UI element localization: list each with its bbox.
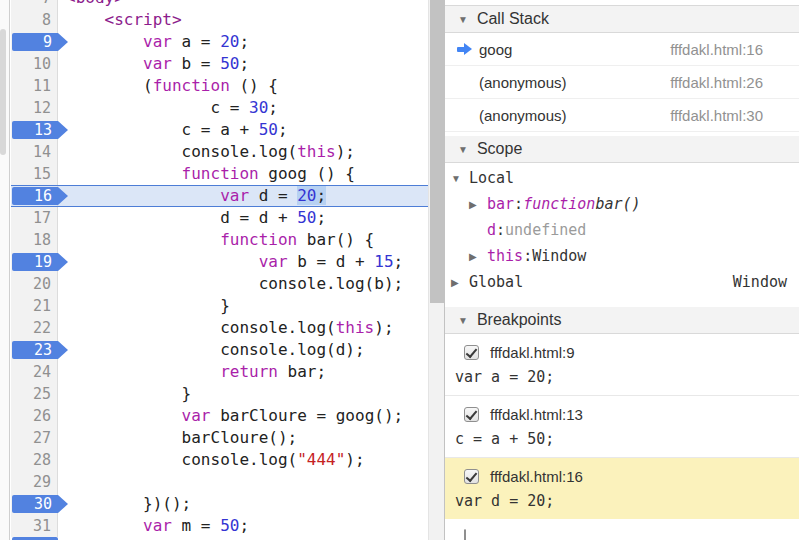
code-line-text[interactable]: var barCloure = goog(); [58,405,444,427]
scope-value-segment: Local [469,169,514,187]
collapse-triangle-icon[interactable]: ▼ [458,144,468,155]
scope-header[interactable]: ▼ Scope [445,136,799,163]
line-number[interactable]: 19 [11,251,58,273]
scope-value-segment: : [514,195,523,213]
code-line-text[interactable]: <script> [58,9,444,31]
line-number[interactable]: 17 [11,207,58,229]
code-line-text[interactable]: console.log(d); [58,339,444,361]
code-line-text[interactable]: <body> [58,0,444,9]
code-line-text[interactable]: })(); [58,493,444,515]
code-line-text[interactable]: return bar; [58,361,444,383]
code-token: ); [336,142,355,161]
line-number[interactable]: 29 [11,471,58,493]
code-line-text[interactable]: var m = 50; [58,515,444,537]
line-number[interactable]: 26 [11,405,58,427]
breakpoint-entry[interactable]: fffdakl.html:9var a = 20; [445,334,799,396]
call-stack-frame[interactable]: (anonymous)fffdakl.html:26 [445,66,799,99]
scope-row[interactable]: ▶GlobalWindow [445,269,799,295]
code-editor: 7<body>8 <script>9 var a = 20;10 var b =… [0,0,444,540]
code-line-text[interactable]: } [58,383,444,405]
code-line-text[interactable]: function goog () { [58,163,444,185]
code-line-text[interactable]: var b = d + 15; [58,251,444,273]
code-token: var [220,186,249,205]
code-line-text[interactable]: console.log(this); [58,317,444,339]
breakpoint-marker[interactable]: 13 [12,121,68,139]
tree-triangle-icon[interactable]: ▶ [469,251,487,262]
scope-row[interactable]: ▶this: Window [445,243,799,269]
call-stack-frame[interactable]: (anonymous)fffdakl.html:30 [445,99,799,132]
code-line: 13 c = a + 50; [11,119,444,141]
line-number[interactable]: 23 [11,339,58,361]
frame-arrow-slot [453,108,479,122]
breakpoint-entry[interactable]: fffdakl.html:16var d = 20; [445,458,799,519]
line-number[interactable]: 16 [11,186,58,206]
breakpoint-marker[interactable]: 23 [12,341,68,359]
breakpoint-checkbox[interactable] [464,529,466,540]
left-scrollbar-thumb[interactable] [0,29,6,155]
code-line-text[interactable]: console.log(b); [58,273,444,295]
breakpoint-entry[interactable]: fffdakl.html:13c = a + 50; [445,396,799,458]
code-line-text[interactable] [58,471,444,493]
collapse-triangle-icon[interactable]: ▼ [458,315,468,326]
code-line-text[interactable]: (function () { [58,75,444,97]
scope-row[interactable]: d: undefined [445,217,799,243]
code-line-text[interactable]: c = 30; [58,97,444,119]
code-line-text[interactable]: c = a + 50; [58,119,444,141]
breakpoint-checkbox[interactable] [464,469,479,484]
scope-row[interactable]: ▶bar: function bar() [445,191,799,217]
line-number[interactable]: 12 [11,97,58,119]
collapse-triangle-icon[interactable]: ▼ [458,14,468,25]
breakpoint-marker[interactable]: 16 [12,187,68,205]
line-number[interactable]: 24 [11,361,58,383]
line-number[interactable]: 28 [11,449,58,471]
line-number[interactable]: 22 [11,317,58,339]
code-line: 15 function goog () { [11,163,444,185]
breakpoints-header[interactable]: ▼ Breakpoints [445,307,799,334]
code-line-text[interactable]: console.log(this); [58,141,444,163]
call-stack-header[interactable]: ▼ Call Stack [445,6,799,33]
breakpoint-checkbox[interactable] [464,407,479,422]
code-token: b = d + [288,252,375,271]
tree-triangle-icon[interactable]: ▼ [451,173,469,184]
frame-location[interactable]: fffdakl.html:26 [670,74,763,91]
tree-triangle-icon[interactable]: ▶ [451,277,469,288]
scope-row[interactable]: ▼Local [445,165,799,191]
line-number[interactable]: 10 [11,53,58,75]
frame-location[interactable]: fffdakl.html:16 [670,41,763,58]
line-number[interactable]: 14 [11,141,58,163]
code-token: 50 [259,120,278,139]
code-line-text[interactable]: var a = 20; [58,31,444,53]
line-number[interactable]: 27 [11,427,58,449]
code-line-text[interactable]: console.log("444"); [58,449,444,471]
code-line-text[interactable]: } [58,295,444,317]
breakpoint-marker[interactable]: 9 [12,33,68,51]
line-number[interactable]: 25 [11,383,58,405]
code-line-text[interactable]: var d = 20; [58,186,444,206]
call-stack-frame[interactable]: googfffdakl.html:16 [445,33,799,66]
line-number[interactable]: 18 [11,229,58,251]
code-token: console.log( [220,318,336,337]
code-line-text[interactable]: function bar() { [58,229,444,251]
code-token: var [182,406,211,425]
editor-scrollbar[interactable] [428,0,444,540]
line-number[interactable]: 11 [11,75,58,97]
breakpoint-marker[interactable]: 30 [12,495,68,513]
line-number[interactable]: 31 [11,515,58,537]
frame-location[interactable]: fffdakl.html:30 [670,107,763,124]
breakpoint-checkbox[interactable] [464,345,479,360]
line-number[interactable]: 7 [11,0,58,9]
line-number[interactable]: 13 [11,119,58,141]
line-number[interactable]: 8 [11,9,58,31]
line-number[interactable]: 21 [11,295,58,317]
code-line-text[interactable]: barCloure(); [58,427,444,449]
code-line-text[interactable]: d = d + 50; [58,207,444,229]
line-number[interactable]: 30 [11,493,58,515]
scope-value-segment: undefined [505,221,586,239]
editor-scrollbar-thumb[interactable] [430,0,444,303]
code-line-text[interactable]: var b = 50; [58,53,444,75]
breakpoint-marker[interactable]: 19 [12,253,68,271]
tree-triangle-icon[interactable]: ▶ [469,199,487,210]
line-number[interactable]: 20 [11,273,58,295]
line-number[interactable]: 9 [11,31,58,53]
line-number[interactable]: 15 [11,163,58,185]
